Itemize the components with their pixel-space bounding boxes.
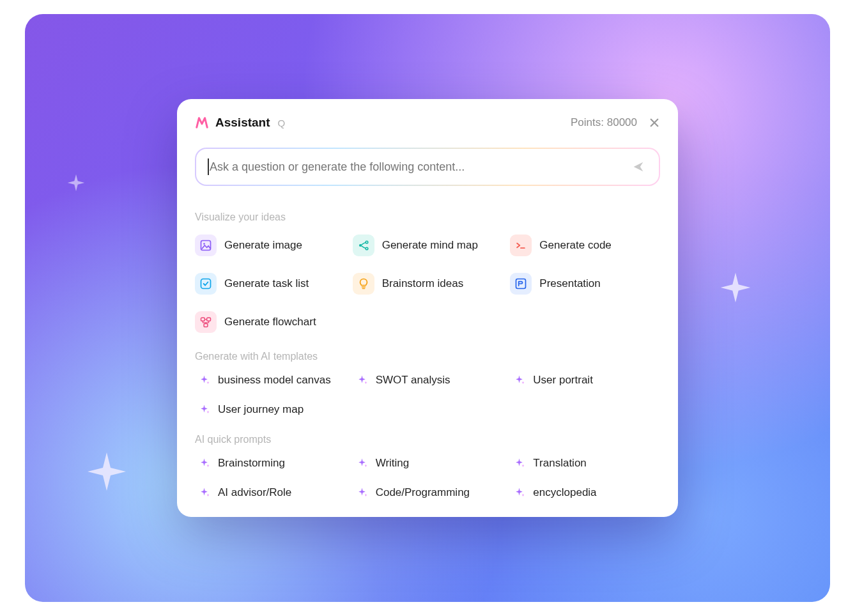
prompts-section: AI quick prompts BrainstormingWritingTra…	[195, 434, 660, 499]
list-item[interactable]: User journey map	[195, 403, 345, 416]
item-label: Translation	[533, 457, 586, 470]
item-label: encyclopedia	[533, 486, 596, 499]
sparkle-icon	[199, 403, 212, 416]
prompt-input[interactable]	[196, 149, 659, 185]
sparkle-icon	[718, 270, 753, 305]
list-item[interactable]: Brainstorming	[195, 457, 345, 470]
list-item[interactable]: Code/Programming	[353, 486, 503, 499]
lightbulb-icon	[353, 273, 374, 295]
item-label: Generate mind map	[382, 239, 478, 252]
assistant-panel: Assistant Q Points: 80000 Visualize your…	[177, 99, 678, 517]
backdrop: Assistant Q Points: 80000 Visualize your…	[25, 14, 830, 602]
item-label: SWOT analysis	[376, 374, 451, 387]
points-label: Points: 80000	[571, 116, 637, 129]
item-label: business model canvas	[218, 374, 331, 387]
sparkle-icon	[84, 449, 130, 495]
sparkle-icon	[199, 457, 212, 470]
sparkle-icon	[199, 374, 212, 387]
panel-header: Assistant Q Points: 80000	[195, 116, 660, 130]
item-label: Code/Programming	[376, 486, 470, 499]
item-label: Presentation	[539, 277, 600, 290]
visualize-item[interactable]: Brainstorm ideas	[353, 273, 503, 295]
flowchart-icon	[195, 311, 217, 333]
sparkle-icon	[357, 374, 369, 387]
visualize-item[interactable]: Generate mind map	[353, 235, 503, 256]
visualize-item[interactable]: Generate task list	[195, 273, 345, 295]
section-title: Visualize your ideas	[195, 212, 660, 223]
list-item[interactable]: AI advisor/Role	[195, 486, 345, 499]
close-button[interactable]	[649, 117, 660, 128]
logo-icon	[195, 116, 209, 130]
q-badge: Q	[278, 118, 286, 128]
list-item[interactable]: encyclopedia	[510, 486, 660, 499]
presentation-icon	[510, 273, 532, 295]
visualize-item[interactable]: Presentation	[510, 273, 660, 295]
visualize-grid: Generate imageGenerate mind mapGenerate …	[195, 235, 660, 333]
item-label: Generate image	[224, 239, 302, 252]
prompt-textfield[interactable]	[210, 160, 629, 174]
item-label: Generate code	[539, 239, 611, 252]
sparkle-icon	[357, 457, 369, 470]
section-title: Generate with AI templates	[195, 351, 660, 362]
item-label: User portrait	[533, 374, 593, 387]
list-item[interactable]: SWOT analysis	[353, 374, 503, 387]
item-label: Generate flowchart	[224, 316, 316, 328]
sparkle-icon	[514, 486, 527, 499]
sparkle-icon	[514, 457, 527, 470]
tasklist-icon	[195, 273, 217, 295]
templates-section: Generate with AI templates business mode…	[195, 351, 660, 416]
prompts-grid: BrainstormingWritingTranslationAI adviso…	[195, 457, 660, 499]
item-label: Writing	[376, 457, 410, 470]
item-label: Brainstorm ideas	[382, 277, 464, 290]
item-label: AI advisor/Role	[218, 486, 291, 499]
list-item[interactable]: User portrait	[510, 374, 660, 387]
sparkle-icon	[357, 486, 369, 499]
code-icon	[510, 235, 532, 256]
visualize-item[interactable]: Generate image	[195, 235, 345, 256]
list-item[interactable]: Translation	[510, 457, 660, 470]
visualize-section: Visualize your ideas Generate imageGener…	[195, 212, 660, 333]
item-label: User journey map	[218, 403, 304, 416]
item-label: Brainstorming	[218, 457, 285, 470]
send-button[interactable]	[629, 158, 647, 176]
visualize-item[interactable]: Generate flowchart	[195, 311, 345, 333]
panel-title: Assistant	[215, 116, 270, 130]
mindmap-icon	[353, 235, 374, 256]
sparkle-icon	[514, 374, 527, 387]
list-item[interactable]: Writing	[353, 457, 503, 470]
header-left: Assistant Q	[195, 116, 285, 130]
list-item[interactable]: business model canvas	[195, 374, 345, 387]
templates-grid: business model canvasSWOT analysisUser p…	[195, 374, 660, 416]
visualize-item[interactable]: Generate code	[510, 235, 660, 256]
header-right: Points: 80000	[571, 116, 660, 129]
image-icon	[195, 235, 217, 256]
text-cursor	[208, 158, 209, 175]
sparkle-icon	[66, 173, 86, 193]
item-label: Generate task list	[224, 277, 309, 290]
section-title: AI quick prompts	[195, 434, 660, 445]
sparkle-icon	[199, 486, 212, 499]
prompt-input-wrap	[195, 148, 660, 186]
